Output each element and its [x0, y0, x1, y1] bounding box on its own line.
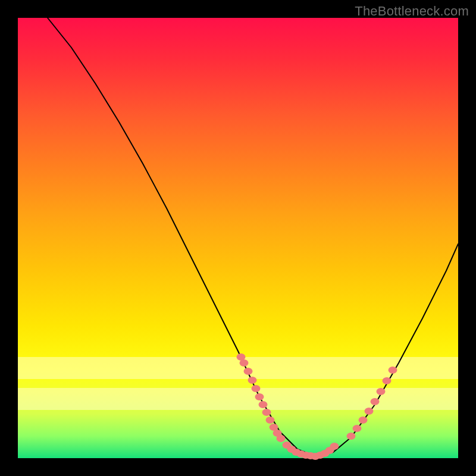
data-dot	[383, 377, 392, 384]
data-dot	[359, 416, 368, 424]
data-dot	[371, 398, 380, 405]
data-dot	[353, 425, 362, 432]
plot-area	[18, 18, 458, 458]
data-dot	[266, 416, 275, 424]
data-dot	[259, 401, 268, 408]
data-dot	[252, 385, 261, 392]
data-dot	[248, 377, 257, 384]
attribution-label: TheBottleneck.com	[355, 4, 469, 19]
data-dot	[262, 409, 271, 416]
data-dot	[255, 393, 264, 400]
chart-frame: TheBottleneck.com	[0, 0, 476, 476]
data-dot	[277, 435, 286, 442]
data-dot	[244, 368, 253, 375]
data-dot	[240, 359, 249, 367]
data-dot	[347, 433, 356, 440]
curve-layer	[18, 18, 458, 458]
data-dot	[377, 388, 386, 395]
data-dot	[389, 367, 397, 374]
data-dot	[330, 443, 339, 450]
data-dot	[365, 408, 374, 415]
